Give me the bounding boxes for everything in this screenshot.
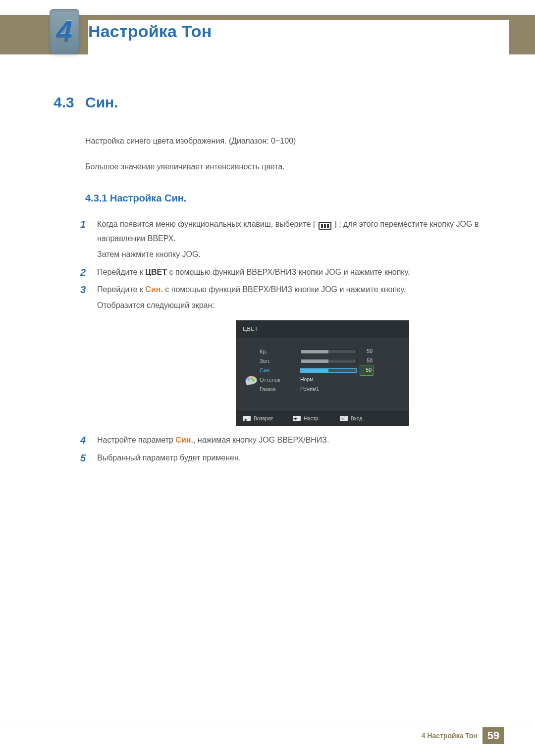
steps-list: 1 Когда появится меню функциональных кла… <box>80 217 490 466</box>
section-number: 4.3 <box>54 94 85 111</box>
enter-icon <box>340 416 348 421</box>
osd-colon: : <box>293 365 297 375</box>
step-4: 4 Настройте параметр Син., нажимая кнопк… <box>80 433 490 449</box>
step3-bold: Син. <box>145 285 163 294</box>
page: 4 Настройка Тон 4.3 Син. Настройка синег… <box>0 0 535 756</box>
step4-post: , нажимая кнопку JOG ВВЕРХ/ВНИЗ. <box>193 436 329 444</box>
osd-label-tone: Оттенок <box>260 375 290 385</box>
osd-icon-column <box>243 347 260 394</box>
section-title: Син. <box>85 94 118 111</box>
chapter-title: Настройка Тон <box>88 20 509 54</box>
osd-value-tone: Норм. <box>300 375 315 384</box>
osd-row-tone: Оттенок : Норм. <box>260 375 399 385</box>
osd-colon: : <box>293 347 297 356</box>
step5-text: Выбранный параметр будет применен. <box>97 451 490 465</box>
osd-row-gamma: Гамма : Режим1 <box>260 385 399 394</box>
osd-slider-fill <box>301 369 328 372</box>
chapter-tab: 4 <box>50 9 79 54</box>
section-intro: Настройка синего цвета изображения. (Диа… <box>85 134 490 175</box>
step-number: 2 <box>80 265 97 281</box>
osd-body: Кр. : 50 Зел. : 50 <box>236 338 409 411</box>
footer-chapter-label: 4 Настройка Тон <box>422 732 482 740</box>
content: 4.3 Син. Настройка синего цвета изображе… <box>54 94 490 468</box>
osd-slider-blue <box>300 368 357 373</box>
step-number: 4 <box>80 433 97 449</box>
footer-page-number: 59 <box>482 727 504 744</box>
osd-colon: : <box>293 375 297 385</box>
page-footer: 4 Настройка Тон 59 <box>0 727 535 744</box>
step-body: Выбранный параметр будет применен. <box>97 451 490 466</box>
osd-colon: : <box>293 384 297 394</box>
subsection-title: Настройка Син. <box>110 193 186 203</box>
osd-footer-adjust-label: Настр. <box>304 414 320 423</box>
step3-line2: Отобразится следующий экран: <box>97 298 490 313</box>
menu-grid-icon <box>319 222 331 230</box>
palette-icon <box>245 375 258 386</box>
step-number: 5 <box>80 451 97 466</box>
osd-slider-red <box>300 350 357 354</box>
back-icon <box>243 416 251 421</box>
osd-footer-enter-label: Вход <box>351 414 363 423</box>
step-1: 1 Когда появится меню функциональных кла… <box>80 217 490 263</box>
osd-row-green: Зел. : 50 <box>260 356 399 366</box>
osd-footer-back: Возврат <box>243 414 273 423</box>
osd-row-red: Кр. : 50 <box>260 347 399 356</box>
section-heading: 4.3 Син. <box>54 94 490 111</box>
step-body: Настройте параметр Син., нажимая кнопку … <box>97 433 490 449</box>
osd-footer: Возврат Настр. Вход <box>236 411 409 426</box>
osd-label-green: Зел. <box>260 356 290 366</box>
intro-line-2: Большое значение увеличивает интенсивнос… <box>85 159 490 174</box>
osd-footer-enter: Вход <box>340 414 363 423</box>
step2-bold: ЦВЕТ <box>145 268 167 276</box>
step-number: 1 <box>80 217 97 263</box>
osd-screenshot: ЦВЕТ Кр. : 50 <box>236 320 409 426</box>
osd-label-blue: Син. <box>260 365 290 375</box>
chapter-number: 4 <box>56 16 72 45</box>
step-body: Когда появится меню функциональных клави… <box>97 217 490 263</box>
step-body: Перейдите к Син. с помощью функций ВВЕРХ… <box>97 282 490 431</box>
osd-slider-fill <box>301 359 328 363</box>
step1-text-a: Когда появится меню функциональных клави… <box>97 220 315 228</box>
step-5: 5 Выбранный параметр будет применен. <box>80 451 490 466</box>
step4-bold: Син. <box>175 436 193 444</box>
osd-value-blue: 50 <box>360 365 374 375</box>
step1-line2: Затем нажмите кнопку JOG. <box>97 247 490 262</box>
step3-pre: Перейдите к <box>97 285 145 294</box>
osd-value-red: 50 <box>360 347 373 356</box>
osd-menu-list: Кр. : 50 Зел. : 50 <box>260 347 399 394</box>
osd-slider-green <box>300 359 357 363</box>
osd-footer-adjust: Настр. <box>293 414 320 423</box>
adjust-icon <box>293 416 301 421</box>
step-2: 2 Перейдите к ЦВЕТ с помощью функций ВВЕ… <box>80 265 490 281</box>
step3-post: с помощью функций ВВЕРХ/ВНИЗ кнопки JOG … <box>163 285 406 294</box>
osd-value-gamma: Режим1 <box>300 384 319 394</box>
osd-label-red: Кр. <box>260 347 290 356</box>
step-3: 3 Перейдите к Син. с помощью функций ВВЕ… <box>80 282 490 431</box>
osd-row-blue: Син. : 50 <box>260 366 399 375</box>
step4-pre: Настройте параметр <box>97 436 175 444</box>
osd-title: ЦВЕТ <box>236 320 409 338</box>
subsection-number: 4.3.1 <box>85 193 107 203</box>
subsection-heading: 4.3.1 Настройка Син. <box>85 193 490 204</box>
step2-post: с помощью функций ВВЕРХ/ВНИЗ кнопки JOG … <box>167 268 410 276</box>
osd-colon: : <box>293 356 297 366</box>
step-body: Перейдите к ЦВЕТ с помощью функций ВВЕРХ… <box>97 265 490 281</box>
intro-line-1: Настройка синего цвета изображения. (Диа… <box>85 134 490 149</box>
osd-label-gamma: Гамма <box>260 384 290 394</box>
osd-value-green: 50 <box>360 356 373 365</box>
step2-pre: Перейдите к <box>97 268 145 276</box>
step-number: 3 <box>80 282 97 431</box>
osd-footer-back-label: Возврат <box>254 414 273 423</box>
osd-slider-fill <box>301 350 328 353</box>
